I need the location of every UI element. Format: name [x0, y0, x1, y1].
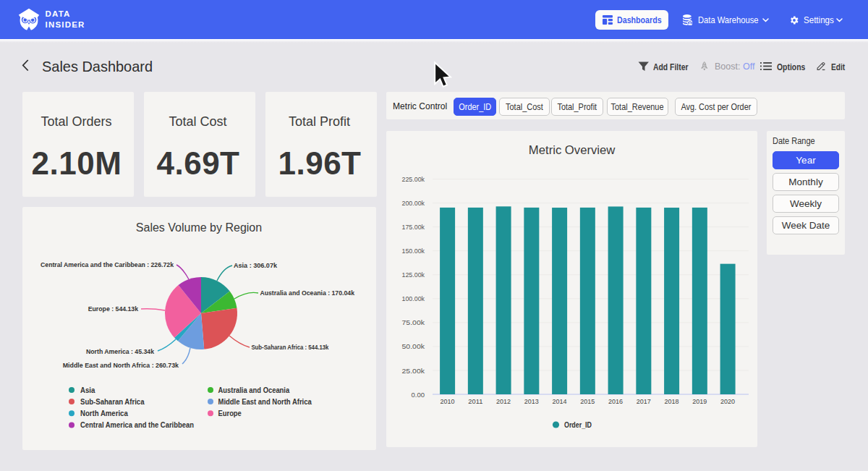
svg-text:Sub-Saharan Africa : 544.13k: Sub-Saharan Africa : 544.13k [251, 343, 328, 351]
svg-text:2016: 2016 [608, 397, 623, 405]
svg-text:Sub-Saharan Africa: Sub-Saharan Africa [80, 398, 145, 406]
svg-text:2013: 2013 [524, 397, 539, 405]
svg-text:Asia: Asia [80, 386, 95, 394]
svg-text:2014: 2014 [553, 397, 567, 405]
svg-text:2011: 2011 [468, 397, 482, 405]
svg-text:2012: 2012 [496, 397, 511, 405]
svg-text:Europe : 544.13k: Europe : 544.13k [88, 305, 139, 313]
svg-text:175.00k: 175.00k [402, 223, 425, 231]
svg-text:2015: 2015 [580, 397, 595, 405]
svg-text:Middle East and North Africa :: Middle East and North Africa : 260.73k [63, 361, 179, 369]
svg-text:Europe: Europe [218, 410, 242, 417]
svg-text:2017: 2017 [637, 397, 651, 405]
svg-text:2018: 2018 [665, 397, 679, 405]
svg-text:Middle East and North Africa: Middle East and North Africa [218, 398, 312, 406]
svg-text:Central America and the Caribb: Central America and the Caribbean : 226.… [41, 260, 174, 268]
svg-text:Sales Volume by Region: Sales Volume by Region [136, 221, 262, 234]
svg-text:75.00k: 75.00k [402, 318, 425, 326]
svg-text:150.00k: 150.00k [402, 247, 425, 255]
svg-text:2019: 2019 [692, 397, 707, 405]
svg-text:Australia and Oceania: Australia and Oceania [218, 386, 290, 394]
svg-text:125.00k: 125.00k [402, 271, 425, 279]
svg-text:2020: 2020 [720, 397, 735, 405]
svg-text:Australia and Oceania : 170.04: Australia and Oceania : 170.04k [260, 289, 354, 297]
svg-text:0.00: 0.00 [412, 391, 425, 399]
svg-text:225.00k: 225.00k [402, 175, 425, 183]
svg-text:25.00k: 25.00k [402, 367, 425, 375]
svg-text:200.00k: 200.00k [402, 199, 425, 207]
svg-text:2010: 2010 [441, 397, 455, 405]
svg-text:North America : 45.34k: North America : 45.34k [86, 347, 154, 355]
svg-text:Order_ID: Order_ID [564, 420, 592, 429]
svg-text:Metric Overview: Metric Overview [529, 143, 616, 156]
svg-text:50.00k: 50.00k [402, 342, 425, 350]
svg-text:Asia : 306.07k: Asia : 306.07k [234, 261, 277, 269]
svg-text:Central America and the Caribb: Central America and the Caribbean [80, 421, 194, 429]
svg-text:North America: North America [80, 410, 128, 417]
svg-text:100.00k: 100.00k [402, 294, 425, 302]
